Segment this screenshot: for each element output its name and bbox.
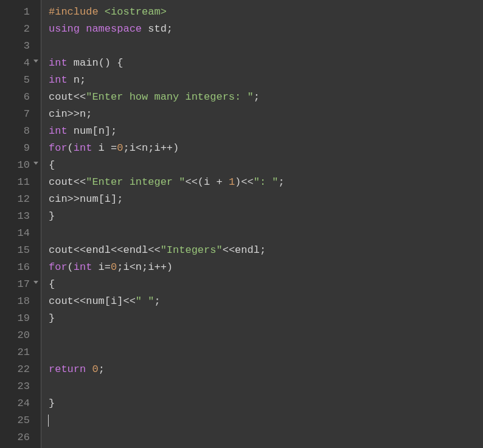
code-token: "Enter how many integers: " [86,91,253,103]
code-token: () { [99,57,123,69]
code-line[interactable]: int n; [49,72,483,89]
code-line[interactable] [49,327,483,344]
code-line[interactable]: using namespace std; [49,21,483,38]
code-token: ; [279,176,285,188]
code-token: ) [235,176,241,188]
line-number: 3 [0,38,30,55]
code-line[interactable]: } [49,208,483,225]
code-token: <iostream> [105,6,167,18]
code-token: int [49,57,68,69]
code-token: = [105,261,111,273]
line-number: 21 [0,344,30,361]
code-line[interactable] [49,38,483,55]
code-token: << [74,176,86,188]
code-token: int [74,261,92,273]
code-token: [ [92,125,98,137]
code-token: ; [154,295,160,307]
code-token: cout [49,176,74,188]
code-token: << [74,91,86,103]
code-line[interactable]: cout<<num[i]<<" "; [49,293,483,310]
code-line[interactable]: { [49,157,483,174]
code-line[interactable]: cout<<"Enter how many integers: "; [49,89,483,106]
code-token: int [49,74,68,86]
code-token: 0 [111,261,117,273]
code-line[interactable]: } [49,395,483,412]
code-token: n [136,261,142,273]
code-token: + [216,176,222,188]
code-token: >> [68,108,80,120]
code-token [80,23,86,35]
code-area[interactable]: #include <iostream>using namespace std;i… [41,0,483,448]
code-token: ; [148,142,154,154]
line-number: 4 [0,55,30,72]
code-token: cout [49,91,74,103]
code-token: i [204,176,216,188]
code-line[interactable]: for(int i=0;i<n;i++) [49,259,483,276]
code-line[interactable]: cout<<endl<<endl<<"Integers"<<endl; [49,242,483,259]
code-line[interactable] [49,378,483,395]
code-line[interactable]: #include <iostream> [49,4,483,21]
line-number: 1 [0,4,30,21]
code-token: for [49,142,68,154]
code-token: } [49,398,55,409]
code-token: #include [49,6,105,18]
code-token: ; [167,23,173,35]
line-number: 24 [0,395,30,412]
code-line[interactable]: cin>>num[i]; [49,191,483,208]
code-token: endl [235,244,260,256]
code-line[interactable]: int num[n]; [49,123,483,140]
code-token: << [148,244,160,256]
code-line[interactable]: cout<<"Enter integer "<<(i + 1)<<": "; [49,174,483,191]
code-token: i [111,295,117,307]
code-token: ( [68,261,74,273]
code-line[interactable]: cin>>n; [49,106,483,123]
code-token: "Integers" [161,244,223,256]
code-token [223,176,229,188]
code-line[interactable]: return 0; [49,361,483,378]
code-token: i [92,142,111,154]
code-line[interactable] [49,344,483,361]
line-number: 20 [0,327,30,344]
code-token: 0 [92,364,98,375]
line-number: 6 [0,89,30,106]
code-token: i [92,261,104,273]
code-token: } [49,312,55,324]
code-line[interactable] [49,225,483,242]
line-number: 8 [0,123,30,140]
line-number: 18 [0,293,30,310]
fold-marker-icon[interactable] [33,281,38,284]
code-token [68,57,74,69]
code-token: >> [68,193,80,205]
code-token: n [80,108,86,120]
code-line[interactable]: int main() { [49,55,483,72]
code-token: } [49,210,55,222]
code-line[interactable] [49,412,483,429]
fold-marker-icon[interactable] [33,60,38,63]
line-number: 14 [0,225,30,242]
code-token: int [74,142,92,154]
line-number: 25 [0,412,30,429]
code-token: ]; [105,125,117,137]
code-token: i [123,261,129,273]
code-editor: 1234567891011121314151617181920212223242… [0,0,483,448]
code-token: << [111,244,123,256]
code-token: ] [117,295,123,307]
code-token: 1 [229,176,235,188]
code-token: ; [260,244,266,256]
code-line[interactable]: } [49,310,483,327]
line-number: 26 [0,429,30,446]
code-token: { [49,159,55,171]
code-line[interactable] [49,429,483,446]
code-token: main [74,57,99,69]
code-token: ; [86,108,92,120]
code-token: using [49,23,80,35]
code-token: endl [123,244,148,256]
fold-marker-icon[interactable] [33,162,38,165]
line-number: 17 [0,276,30,293]
code-token: i [154,142,160,154]
code-line[interactable]: { [49,276,483,293]
code-token: < [136,142,142,154]
code-token [86,364,92,375]
code-line[interactable]: for(int i =0;i<n;i++) [49,140,483,157]
code-token: int [49,125,68,137]
